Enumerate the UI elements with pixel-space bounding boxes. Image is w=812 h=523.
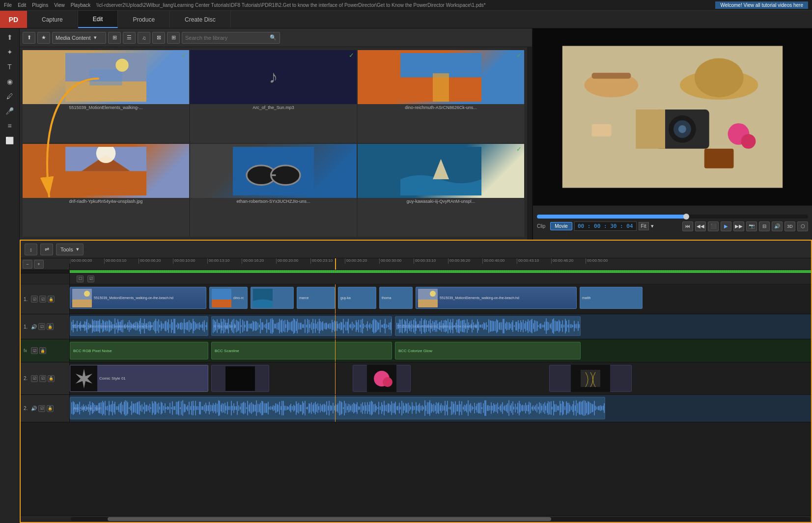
- audio-clip[interactable]: 5515039_MotionElements_walking-on-the-be…: [70, 316, 208, 336]
- play-begin-button[interactable]: ⏮: [682, 221, 693, 231]
- rewind-button[interactable]: ◀◀: [695, 221, 706, 231]
- audio-button[interactable]: 🔊: [772, 221, 783, 231]
- track-lock-button[interactable]: 🔒: [39, 347, 46, 354]
- view-filter-btn[interactable]: ⊠: [152, 32, 165, 44]
- sidebar-icon-text[interactable]: T: [2, 60, 18, 74]
- play-button[interactable]: ▶: [721, 221, 731, 231]
- track-all-checkbox[interactable]: ☐: [77, 275, 84, 282]
- track-checkbox[interactable]: ☑: [31, 296, 38, 303]
- track-number: 1.: [24, 297, 29, 302]
- view-grid-btn[interactable]: ⊞: [108, 32, 121, 44]
- tab-produce[interactable]: Produce: [118, 11, 170, 28]
- view-sort-btn[interactable]: ⊞: [167, 32, 180, 44]
- sidebar-icon-fx[interactable]: ✦: [2, 45, 18, 59]
- video-clip[interactable]: dino-rc: [209, 287, 248, 309]
- video-clip[interactable]: matth: [580, 287, 643, 309]
- fx-button[interactable]: ★: [37, 32, 50, 44]
- list-item[interactable]: ✓ 5515039_MotionElements_walking-...: [23, 50, 189, 143]
- track-fx-controls: fx ☑ 🔒: [21, 339, 70, 362]
- playhead-ruler[interactable]: [335, 258, 336, 270]
- sidebar-icon-mic[interactable]: 🎤: [2, 104, 18, 118]
- list-item[interactable]: ethan-robertson-SYx3UCHZJIo-uns...: [190, 144, 357, 237]
- stop-button[interactable]: ⬛: [708, 221, 719, 231]
- tab-create-disc[interactable]: Create Disc: [170, 11, 231, 28]
- media-content-dropdown[interactable]: Media Content ▾: [52, 32, 106, 44]
- sidebar-icon-shape[interactable]: ◉: [2, 75, 18, 88]
- video-clip[interactable]: guy-ka: [338, 287, 376, 309]
- zoom-out-button[interactable]: −: [23, 260, 32, 269]
- menu-bar[interactable]: File Edit Plugins View Playback: [4, 2, 90, 8]
- fullscreen-button[interactable]: ⊟: [759, 221, 770, 231]
- 3d-button[interactable]: 3D: [784, 221, 795, 231]
- menu-plugins[interactable]: Plugins: [32, 2, 48, 8]
- tab-edit[interactable]: Edit: [78, 11, 118, 28]
- snapshot-button[interactable]: 📷: [746, 221, 757, 231]
- zoom-in-button[interactable]: +: [34, 260, 44, 269]
- sidebar-icon-import[interactable]: ⬆: [2, 30, 18, 44]
- fx-clip[interactable]: BCC Scanline: [211, 342, 392, 359]
- video-clip[interactable]: [549, 365, 632, 392]
- menu-playback[interactable]: Playback: [71, 2, 91, 8]
- view-audio-btn[interactable]: ♫: [138, 32, 150, 44]
- search-input[interactable]: [185, 35, 268, 41]
- sidebar-icon-paint[interactable]: 🖊: [2, 89, 18, 103]
- media-filename: ethan-robertson-SYx3UCHZJIo-uns...: [190, 198, 357, 205]
- welcome-bar[interactable]: Welcome! View all tutorial videos here: [715, 1, 808, 9]
- fit-dropdown[interactable]: Fit: [639, 222, 649, 230]
- audio-clip[interactable]: Arc_of_the_Sun: [70, 397, 605, 419]
- ripple-edit-button[interactable]: ⇌: [40, 244, 53, 255]
- track-lock-button[interactable]: 🔒: [47, 323, 54, 330]
- sidebar-icon-monitor[interactable]: ⬜: [2, 134, 18, 147]
- scroll-thumb[interactable]: [108, 517, 551, 521]
- track-mute-button[interactable]: ☑: [39, 296, 46, 303]
- menu-edit[interactable]: Edit: [18, 2, 26, 8]
- import-button[interactable]: ⬆: [23, 32, 35, 44]
- track-lock-button[interactable]: 🔒: [48, 375, 55, 382]
- video-clip[interactable]: 5515039_MotionElements_walking-on-the-be…: [70, 287, 206, 309]
- track-checkbox[interactable]: ☑: [38, 323, 45, 330]
- view-list-btn[interactable]: ☰: [123, 32, 136, 44]
- search-box[interactable]: 🔍: [182, 32, 280, 44]
- expand-tracks-button[interactable]: ↕: [25, 244, 37, 255]
- track-toggle[interactable]: ☑: [39, 375, 46, 382]
- track-lock-button[interactable]: 🔒: [47, 405, 54, 412]
- timeline-scrollbar[interactable]: [21, 515, 811, 522]
- movie-mode-button[interactable]: Movie: [550, 222, 572, 230]
- tab-capture[interactable]: Capture: [27, 11, 78, 28]
- forward-button[interactable]: ▶▶: [733, 221, 744, 231]
- fx-clip[interactable]: BCC Colorize Glow: [395, 342, 581, 359]
- sidebar-icon-subtitle[interactable]: ≡: [2, 119, 18, 133]
- media-thumbnail: [23, 144, 189, 198]
- video-clip[interactable]: 5515039_MotionElements_walking-on-the-be…: [416, 287, 577, 309]
- track-checkbox[interactable]: ☑: [31, 375, 38, 382]
- fx-clip[interactable]: BCC RGB Pixel Noise: [70, 342, 208, 359]
- ruler-mark: 00:00:23:10: [310, 258, 345, 264]
- track-lock-button[interactable]: 🔒: [48, 296, 55, 303]
- clip-thumb-image: [212, 289, 231, 307]
- menu-view[interactable]: View: [54, 2, 65, 8]
- track-checkbox[interactable]: ☑: [38, 405, 45, 412]
- list-item[interactable]: drif-riadh-YpkuRn54y4w-unsplash.jpg: [23, 144, 189, 237]
- scrubber-handle[interactable]: [683, 214, 689, 220]
- video-clip[interactable]: Comic Style 01: [70, 365, 208, 392]
- menu-file[interactable]: File: [4, 2, 12, 8]
- track-checkbox[interactable]: ☑: [31, 347, 38, 354]
- list-item[interactable]: ✓ dino-reichmuth-ASrCN8626Ck-uns...: [358, 50, 524, 143]
- video-clip[interactable]: [251, 287, 294, 309]
- video-clip[interactable]: [353, 365, 411, 392]
- video-clip[interactable]: marce: [297, 287, 335, 309]
- audio-clip[interactable]: 5515039_MotionElements_walking-on-the-be…: [395, 316, 581, 336]
- video-clip[interactable]: [211, 365, 269, 392]
- audio-clip[interactable]: R You Up for It: [211, 316, 392, 336]
- media-filename: 5515039_MotionElements_walking-...: [23, 104, 189, 111]
- media-scrollbar[interactable]: [527, 47, 532, 240]
- video-clip[interactable]: thoma: [379, 287, 413, 309]
- tools-dropdown[interactable]: Tools ▾: [56, 244, 84, 255]
- list-item[interactable]: ✓ ♪ Arc_of_the_Sun.mp3: [190, 50, 357, 143]
- horizontal-scrollbar[interactable]: [71, 517, 810, 521]
- track-all-toggle[interactable]: ☑: [87, 275, 94, 282]
- settings-button[interactable]: ⬡: [797, 221, 808, 231]
- svg-rect-39: [418, 300, 438, 307]
- preview-scrubber[interactable]: [537, 215, 808, 219]
- list-item[interactable]: ✓ guy-kawasaki-iij-QvyRAnM-unspl...: [358, 144, 524, 237]
